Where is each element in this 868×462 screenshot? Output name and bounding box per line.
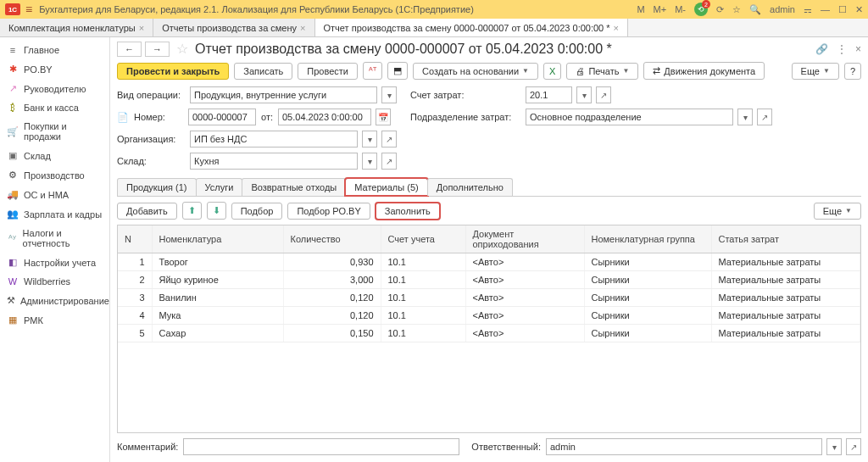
- col-n[interactable]: N: [118, 225, 152, 253]
- dropdown-icon[interactable]: ▾: [362, 131, 377, 148]
- podr-label: Подразделение затрат:: [410, 112, 520, 122]
- menu-icon[interactable]: ≡: [25, 3, 32, 16]
- dvizheniya-button[interactable]: ⇄ Движения документа: [643, 62, 765, 80]
- window-tabs: Комплектация номенклатуры× Отчеты произв…: [0, 19, 868, 37]
- doctab[interactable]: Дополнительно: [427, 178, 513, 196]
- provesti-zakryt-button[interactable]: Провести и закрыть: [117, 63, 229, 80]
- calendar-icon[interactable]: 📅: [376, 109, 391, 125]
- tab-close-icon[interactable]: ×: [300, 23, 305, 33]
- date-input[interactable]: 05.04.2023 0:00:00: [278, 109, 371, 125]
- excel-icon[interactable]: X: [543, 63, 561, 80]
- open-icon[interactable]: ↗: [757, 109, 772, 125]
- tab-otchety[interactable]: Отчеты производства за смену×: [153, 19, 314, 36]
- dobavit-button[interactable]: Добавить: [117, 203, 177, 220]
- sklad-input[interactable]: Кухня: [190, 153, 358, 170]
- table-row[interactable]: 4Мука0,12010.1<Авто>СырникиМатериальные …: [118, 307, 860, 325]
- sozdat-button[interactable]: Создать на основании▼: [413, 63, 538, 80]
- sidebar-item[interactable]: ᴬʸНалоги и отчетность: [0, 224, 109, 253]
- col-nom[interactable]: Номенклатура: [152, 225, 283, 253]
- tab-otchet-active[interactable]: Отчет производства за смену 0000-000007 …: [315, 19, 628, 36]
- zapisat-button[interactable]: Записать: [234, 63, 292, 80]
- vid-input[interactable]: Продукция, внутренние услуги: [190, 86, 377, 103]
- table-row[interactable]: 3Ванилин0,12010.1<Авто>СырникиМатериальн…: [118, 289, 860, 307]
- eshche-sub-button[interactable]: Еще▼: [814, 203, 861, 220]
- user-label[interactable]: admin: [770, 4, 795, 14]
- sidebar-item[interactable]: WWildberries: [0, 272, 109, 291]
- doctab[interactable]: Материалы (5): [345, 178, 427, 196]
- mplus-button[interactable]: M+: [654, 4, 667, 14]
- sidebar-item[interactable]: ≡Главное: [0, 41, 109, 59]
- sidebar-item[interactable]: 👥Зарплата и кадры: [0, 204, 109, 224]
- favorites-icon[interactable]: ☆: [732, 4, 741, 15]
- sidebar-item-label: Склад: [24, 151, 51, 161]
- dtkt-icon[interactable]: ᴬᵀ: [363, 62, 382, 80]
- search-icon[interactable]: 🔍: [749, 4, 761, 15]
- sidebar-item[interactable]: ⚙Производство: [0, 165, 109, 185]
- sidebar-item[interactable]: ◧Настройки учета: [0, 253, 109, 272]
- mminus-button[interactable]: M-: [675, 4, 686, 14]
- schet-input[interactable]: 20.1: [526, 86, 572, 103]
- minimize-icon[interactable]: —: [821, 4, 830, 14]
- structure-icon[interactable]: ⬒: [387, 62, 408, 80]
- open-icon[interactable]: ↗: [846, 438, 861, 455]
- pechat-button[interactable]: 🖨 Печать▼: [566, 63, 638, 80]
- back-button[interactable]: ←: [117, 42, 142, 57]
- org-input[interactable]: ИП без НДС: [190, 131, 358, 148]
- help-button[interactable]: ?: [844, 63, 861, 80]
- open-icon[interactable]: ↗: [381, 131, 397, 148]
- sidebar-item[interactable]: ▣Склад: [0, 146, 109, 165]
- podr-input[interactable]: Основное подразделение: [526, 109, 733, 125]
- resp-input[interactable]: admin: [546, 438, 822, 455]
- col-grp[interactable]: Номенклатурная группа: [584, 225, 711, 253]
- sidebar-item[interactable]: ⚒Администрирование: [0, 291, 109, 310]
- dropdown-icon[interactable]: ▾: [737, 109, 753, 125]
- table-row[interactable]: 2Яйцо куриное3,00010.1<Авто>СырникиМатер…: [118, 271, 860, 289]
- star-icon[interactable]: ☆: [176, 41, 188, 57]
- move-down-icon[interactable]: ⬇: [207, 202, 226, 220]
- sidebar-item[interactable]: 🛒Покупки и продажи: [0, 117, 109, 146]
- settings-icon[interactable]: ⚎: [804, 4, 812, 15]
- close-icon[interactable]: ✕: [855, 4, 863, 15]
- materials-table: N Номенклатура Количество Счет учета Док…: [117, 225, 861, 433]
- open-icon[interactable]: ↗: [596, 86, 611, 103]
- sidebar-item[interactable]: ↗Руководителю: [0, 79, 109, 98]
- doctab[interactable]: Продукция (1): [117, 178, 197, 196]
- sidebar-icon: ⚙: [7, 170, 19, 181]
- doctab[interactable]: Возвратные отходы: [242, 178, 346, 196]
- sidebar-item[interactable]: ✱PO.BY: [0, 59, 109, 79]
- col-schet[interactable]: Счет учета: [381, 225, 465, 253]
- table-row[interactable]: 5Сахар0,15010.1<Авто>СырникиМатериальные…: [118, 325, 860, 342]
- close-doc-icon[interactable]: ×: [855, 43, 861, 55]
- dropdown-icon[interactable]: ▾: [826, 438, 842, 455]
- link-icon[interactable]: 🔗: [815, 43, 828, 55]
- notifications-badge[interactable]: ⟲: [694, 3, 708, 16]
- sidebar-item[interactable]: ₿Банк и касса: [0, 98, 109, 117]
- doctab[interactable]: Услуги: [196, 178, 243, 196]
- history-icon[interactable]: ⟳: [716, 4, 724, 15]
- table-row[interactable]: 1Творог0,93010.1<Авто>СырникиМатериальны…: [118, 253, 860, 271]
- provesti-button[interactable]: Провести: [298, 63, 358, 80]
- comment-input[interactable]: [183, 438, 459, 455]
- nomer-input[interactable]: 0000-000007: [188, 109, 256, 125]
- podbor-poby-button[interactable]: Подбор PO.BY: [287, 203, 370, 220]
- forward-button[interactable]: →: [145, 42, 170, 57]
- dropdown-icon[interactable]: ▾: [576, 86, 592, 103]
- col-kol[interactable]: Количество: [283, 225, 381, 253]
- col-stat[interactable]: Статья затрат: [711, 225, 860, 253]
- dropdown-icon[interactable]: ▾: [362, 153, 377, 170]
- dropdown-icon[interactable]: ▾: [381, 86, 397, 103]
- move-up-icon[interactable]: ⬆: [182, 202, 202, 220]
- zapolnit-button[interactable]: Заполнить: [376, 203, 440, 220]
- kebab-icon[interactable]: ⋮: [837, 43, 847, 55]
- maximize-icon[interactable]: ☐: [838, 4, 847, 15]
- tab-komplektaciya[interactable]: Комплектация номенклатуры×: [0, 19, 153, 36]
- podbor-button[interactable]: Подбор: [231, 203, 283, 220]
- open-icon[interactable]: ↗: [381, 153, 397, 170]
- col-dok[interactable]: Документ оприходования: [465, 225, 584, 253]
- tab-close-icon[interactable]: ×: [139, 23, 144, 33]
- eshche-button[interactable]: Еще▼: [792, 63, 839, 80]
- sidebar-item[interactable]: ▦РМК: [0, 310, 109, 330]
- tab-close-icon[interactable]: ×: [614, 23, 619, 33]
- m-button[interactable]: M: [637, 4, 644, 14]
- sidebar-item[interactable]: 🚚ОС и НМА: [0, 185, 109, 204]
